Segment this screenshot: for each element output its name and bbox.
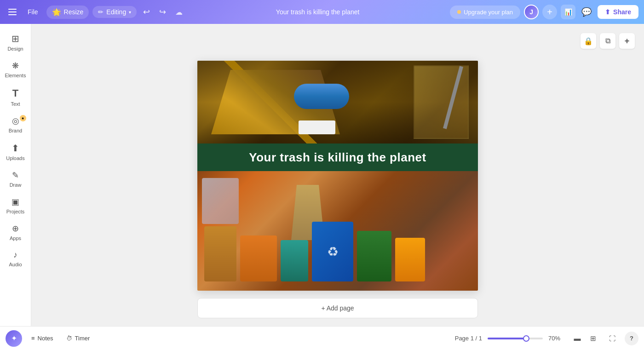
sidebar-item-projects[interactable]: ▣ Projects: [2, 193, 29, 218]
timer-label: Timer: [75, 335, 90, 342]
cardboard-bin: [204, 226, 236, 281]
pencil-icon: ✏: [98, 8, 104, 16]
blue-tank: [294, 84, 349, 109]
add-collaborator-button[interactable]: +: [542, 5, 557, 19]
title-area: Your trash is killing the planet: [189, 8, 446, 16]
sidebar-item-apps[interactable]: ⊕ Apps: [2, 220, 29, 245]
canvas-area: 🔒 ⧉ + Your tr: [31, 24, 644, 326]
canvas-wrapper[interactable]: Your trash is killing the planet ♻: [197, 61, 478, 291]
page-info: Page 1 / 1: [455, 335, 482, 342]
sidebar-item-label: Design: [7, 46, 23, 52]
sidebar-item-draw[interactable]: ✎ Draw: [2, 166, 29, 191]
single-page-view-button[interactable]: ▬: [570, 332, 584, 345]
comments-button[interactable]: 💬: [579, 5, 594, 19]
share-icon: ⬆: [605, 8, 610, 16]
upgrade-dot: [457, 10, 461, 14]
resize-emoji: 🌟: [52, 8, 61, 17]
file-button[interactable]: File: [23, 6, 43, 18]
orange-bin: [240, 235, 277, 281]
white-truck: [299, 120, 335, 134]
blue-recycling-bin: ♻: [312, 222, 353, 281]
sidebar-item-label: Audio: [9, 262, 22, 267]
canvas-image: Your trash is killing the planet ♻: [197, 61, 478, 291]
industrial-image: [197, 61, 478, 143]
zoom-thumb[interactable]: [523, 335, 529, 342]
plus-icon: +: [625, 36, 630, 46]
lock-button[interactable]: 🔒: [581, 33, 596, 49]
notes-icon: ≡: [31, 335, 35, 342]
analytics-button[interactable]: 📊: [561, 5, 575, 19]
share-button[interactable]: ⬆ Share: [598, 5, 638, 19]
bin-container: ♻: [197, 171, 478, 291]
add-page-button[interactable]: + Add page: [197, 298, 478, 318]
copy-icon: ⧉: [605, 37, 610, 45]
notes-label: Notes: [38, 335, 53, 342]
text-icon: T: [12, 87, 18, 99]
editing-label: Editing: [106, 8, 126, 16]
sidebar: ⊞ Design ❋ Elements T Text ★ ◎ Brand ⬆ U…: [0, 24, 31, 326]
editing-button[interactable]: ✏ Editing ▾: [92, 6, 137, 18]
sidebar-item-audio[interactable]: ♪ Audio: [2, 247, 29, 271]
upgrade-label: Upgrade your plan: [464, 9, 513, 16]
document-title: Your trash is killing the planet: [276, 8, 360, 16]
undo-button[interactable]: ↩: [140, 4, 153, 20]
timer-icon: ⏱: [66, 335, 72, 342]
sidebar-item-design[interactable]: ⊞ Design: [2, 29, 29, 55]
resize-label: Resize: [64, 8, 84, 16]
sidebar-item-text[interactable]: T Text: [2, 84, 29, 110]
sidebar-item-label: Uploads: [6, 155, 24, 161]
canvas-toolbar: 🔒 ⧉ +: [581, 33, 635, 49]
redo-button[interactable]: ↪: [156, 4, 169, 20]
magic-button[interactable]: ✦: [6, 330, 22, 347]
projects-icon: ▣: [12, 197, 19, 207]
zoom-level: 70%: [548, 335, 565, 342]
sidebar-item-uploads[interactable]: ⬆ Uploads: [2, 139, 29, 165]
copy-button[interactable]: ⧉: [600, 33, 615, 49]
elements-icon: ❋: [12, 61, 19, 71]
zoom-slider-fill: [488, 338, 526, 339]
resize-button[interactable]: 🌟 Resize: [46, 6, 89, 19]
brand-icon: ◎: [12, 116, 19, 126]
bottom-bar: ✦ ≡ Notes ⏱ Timer Page 1 / 1 70% ▬ ⊞ ⛶ ?: [0, 326, 644, 350]
recycling-image: ♻: [197, 171, 478, 291]
help-button[interactable]: ?: [625, 332, 638, 345]
navbar: File 🌟 Resize ✏ Editing ▾ ↩ ↪ ☁ Your tra…: [0, 0, 644, 24]
chevron-down-icon: ▾: [129, 10, 131, 15]
zoom-slider[interactable]: [488, 338, 543, 339]
fullscreen-button[interactable]: ⛶: [605, 332, 619, 345]
canvas-banner: Your trash is killing the planet: [197, 143, 478, 171]
sidebar-item-label: Elements: [5, 73, 26, 78]
sidebar-item-label: Brand: [9, 128, 22, 133]
hamburger-menu[interactable]: [6, 6, 19, 18]
sidebar-item-label: Text: [11, 101, 20, 107]
green-bin: [357, 231, 391, 281]
sidebar-item-elements[interactable]: ❋ Elements: [2, 57, 29, 82]
amber-bin: [395, 238, 425, 281]
uploads-icon: ⬆: [12, 143, 19, 154]
banner-text: Your trash is killing the planet: [249, 150, 426, 165]
upgrade-button[interactable]: Upgrade your plan: [450, 6, 520, 19]
sidebar-item-label: Apps: [10, 235, 21, 241]
avatar[interactable]: J: [524, 5, 539, 19]
sidebar-item-label: Projects: [6, 209, 25, 214]
sidebar-item-label: Draw: [10, 182, 22, 188]
cloud-save-icon: ☁: [172, 5, 185, 19]
recycle-symbol: ♻: [327, 244, 339, 259]
brand-badge: ★: [20, 115, 26, 121]
zoom-slider-container[interactable]: [488, 338, 543, 339]
main-area: ⊞ Design ❋ Elements T Text ★ ◎ Brand ⬆ U…: [0, 24, 644, 326]
teal-bin: [281, 240, 308, 281]
add-element-button[interactable]: +: [619, 33, 635, 49]
timer-button[interactable]: ⏱ Timer: [63, 332, 94, 344]
audio-icon: ♪: [13, 250, 17, 260]
share-label: Share: [613, 8, 631, 16]
add-page-label: + Add page: [321, 304, 354, 312]
sidebar-item-brand[interactable]: ★ ◎ Brand: [2, 112, 29, 137]
draw-icon: ✎: [12, 170, 19, 180]
lock-icon: 🔒: [584, 37, 593, 46]
design-icon: ⊞: [12, 33, 19, 44]
apps-icon: ⊕: [12, 224, 19, 234]
notes-button[interactable]: ≡ Notes: [28, 332, 57, 344]
view-buttons: ▬ ⊞: [570, 332, 600, 345]
grid-view-button[interactable]: ⊞: [586, 332, 600, 345]
